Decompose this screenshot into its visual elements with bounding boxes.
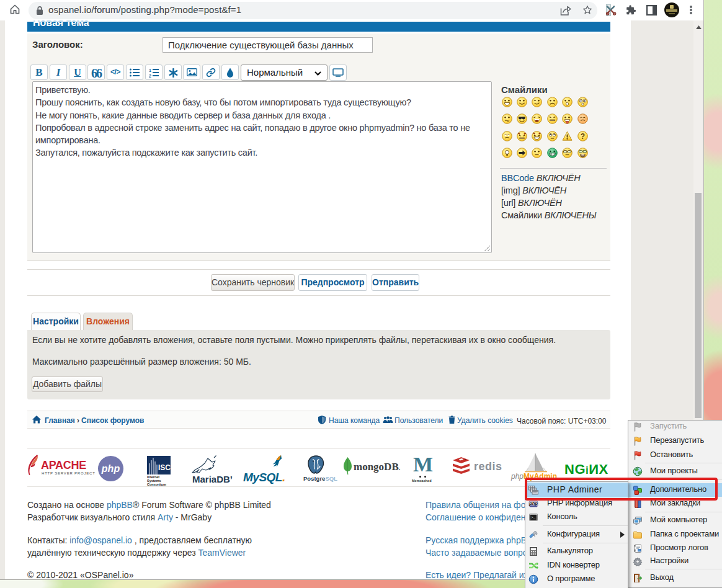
svg-text:ISC: ISC xyxy=(158,463,171,472)
svg-text:2: 2 xyxy=(149,74,151,78)
svg-text:1: 1 xyxy=(149,68,151,73)
svg-text:>_: >_ xyxy=(531,515,536,520)
svg-text:php: php xyxy=(528,501,538,506)
svg-text:?: ? xyxy=(580,131,584,140)
